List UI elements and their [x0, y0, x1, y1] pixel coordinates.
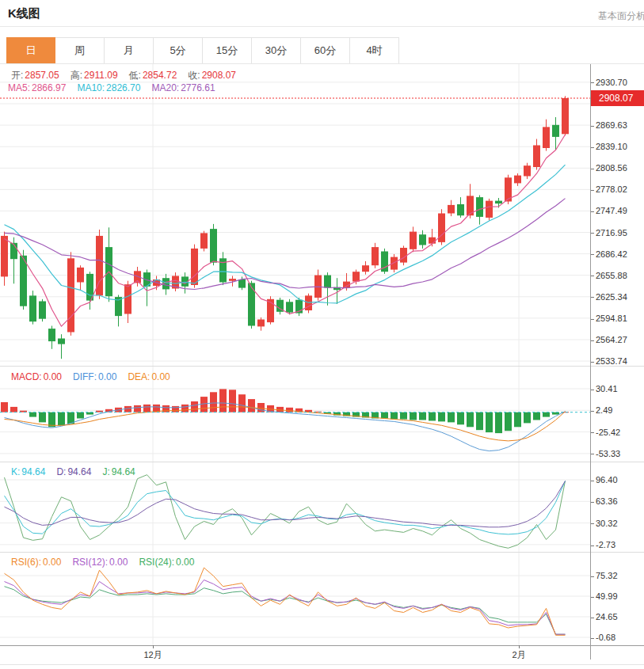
- main-panel-canvas[interactable]: [0, 64, 590, 366]
- candle-body[interactable]: [286, 302, 293, 312]
- macd-bar: [400, 412, 407, 420]
- ohlc-value: 2854.72: [143, 70, 177, 81]
- candle-body[interactable]: [257, 320, 265, 327]
- candle-body[interactable]: [1, 236, 8, 277]
- macd-bar: [495, 412, 502, 433]
- macd-bar: [438, 412, 445, 422]
- macd-bar: [448, 412, 455, 423]
- macd-bar: [210, 392, 217, 412]
- candle-body[interactable]: [495, 201, 502, 204]
- y-tick-label: 2716.95: [591, 228, 627, 238]
- fundamental-analysis-link[interactable]: 基本面分析: [598, 10, 644, 23]
- candle-body[interactable]: [524, 165, 531, 176]
- ohlc-value: 2908.07: [202, 70, 236, 81]
- y-tick-label: 2625.34: [591, 292, 627, 302]
- candle-body[interactable]: [391, 257, 398, 270]
- tab-15分[interactable]: 15分: [203, 37, 252, 64]
- rsi-label: RSI(24):: [139, 557, 174, 568]
- candle-body[interactable]: [486, 201, 493, 218]
- ohlc-label: 低:: [129, 70, 141, 81]
- y-tick-label: 2686.42: [591, 249, 627, 259]
- y-tick-label: 63.36: [591, 496, 618, 506]
- kdj-label: J:: [102, 466, 109, 477]
- candle-body[interactable]: [238, 279, 246, 288]
- tick-dash: [591, 597, 594, 598]
- macd-bar: [134, 405, 141, 412]
- tab-60分[interactable]: 60分: [301, 37, 350, 64]
- candle-body[interactable]: [29, 295, 36, 321]
- candle-body[interactable]: [362, 265, 369, 272]
- macd-bar: [1, 402, 8, 412]
- candle-body[interactable]: [248, 283, 255, 325]
- tick-dash: [591, 362, 594, 363]
- tick-dash: [591, 233, 594, 234]
- tick-dash: [591, 545, 594, 546]
- y-tick-label: -2.73: [591, 540, 615, 549]
- tick-dash: [591, 411, 594, 412]
- candle-body[interactable]: [448, 205, 455, 214]
- ohlc-label: 高:: [70, 70, 82, 81]
- candle-body[interactable]: [429, 238, 436, 244]
- candle-body[interactable]: [210, 229, 217, 263]
- tick-dash: [591, 211, 594, 212]
- macd-bar: [486, 412, 493, 432]
- rsi6-line: [5, 568, 566, 635]
- candle-body[interactable]: [229, 279, 236, 281]
- candle-body[interactable]: [372, 247, 379, 265]
- y-tick-label: 2747.49: [591, 206, 627, 215]
- tab-日[interactable]: 日: [6, 37, 55, 64]
- candle-body[interactable]: [419, 234, 426, 245]
- candle-body[interactable]: [67, 258, 74, 332]
- candle-body[interactable]: [77, 268, 84, 283]
- tab-周[interactable]: 周: [55, 37, 105, 64]
- y-tick-label: 2930.70: [591, 78, 627, 87]
- y-tick-label: 2564.27: [591, 335, 627, 344]
- candle-body[interactable]: [562, 98, 569, 134]
- ma-value: 2826.70: [106, 82, 140, 93]
- candle-body[interactable]: [200, 233, 208, 249]
- panel-divider: [0, 366, 644, 367]
- candle-body[interactable]: [457, 204, 464, 215]
- rsi12-line: [5, 580, 566, 635]
- tab-月[interactable]: 月: [105, 37, 154, 64]
- kdj-value: 94.64: [21, 466, 45, 477]
- candle-body[interactable]: [514, 176, 521, 184]
- candle-body[interactable]: [191, 249, 198, 285]
- macd-label: DEA:: [128, 371, 150, 382]
- candle-body[interactable]: [124, 284, 131, 314]
- candle-body[interactable]: [476, 197, 483, 217]
- macd-value: 0.00: [151, 371, 170, 382]
- candle-body[interactable]: [400, 248, 407, 263]
- candle-body[interactable]: [58, 339, 65, 344]
- macd-bar: [191, 401, 198, 412]
- tick-dash: [591, 523, 594, 524]
- macd-label: DIFF:: [73, 371, 97, 382]
- candle-body[interactable]: [48, 329, 55, 341]
- tab-4时[interactable]: 4时: [350, 37, 399, 64]
- tick-dash: [591, 390, 594, 390]
- rsi-value: 0.00: [109, 557, 128, 568]
- rsi-label: RSI(6):: [11, 557, 41, 568]
- ohlc-label: 收:: [188, 70, 200, 81]
- macd-bar: [58, 412, 65, 426]
- candle-body[interactable]: [39, 302, 46, 319]
- candle-body[interactable]: [410, 232, 417, 249]
- candle-body[interactable]: [543, 127, 550, 148]
- ma-label: MA5:: [8, 82, 30, 93]
- tab-5分[interactable]: 5分: [154, 37, 203, 64]
- macd-histogram: [1, 389, 569, 433]
- candles[interactable]: [1, 96, 569, 359]
- page-title: K线图: [8, 6, 40, 21]
- candle-body[interactable]: [352, 272, 360, 281]
- tick-dash: [591, 190, 594, 191]
- x-axis-tick: [519, 645, 520, 648]
- macd-bar: [410, 412, 417, 420]
- macd-bar: [248, 399, 255, 412]
- macd-bar: [181, 405, 189, 412]
- candle-body[interactable]: [533, 146, 540, 168]
- tab-30分[interactable]: 30分: [252, 37, 301, 64]
- macd-bar: [505, 412, 512, 431]
- candle-body[interactable]: [552, 125, 559, 137]
- macd-info-row: MACD:0.00DIFF:0.00DEA:0.00: [11, 371, 181, 382]
- candle-body[interactable]: [324, 276, 331, 288]
